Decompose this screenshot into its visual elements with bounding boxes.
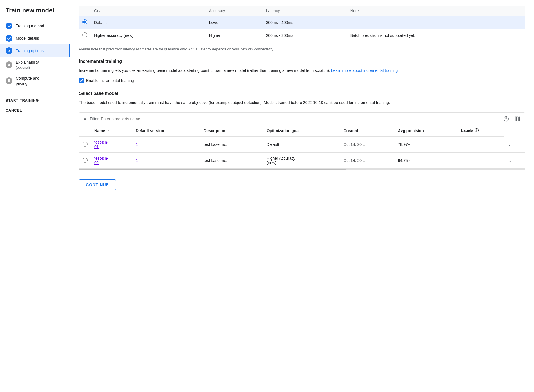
step-icon-2 (6, 35, 12, 42)
model-col-default-version: Default version (132, 125, 200, 136)
model-col-description: Description (200, 125, 263, 136)
latency-note: Please note that prediction latency esti… (79, 46, 525, 52)
table-row: Higher accuracy (new) Higher 200ms - 300… (79, 29, 525, 42)
model-desc-2: test base mo... (200, 153, 263, 169)
model-name-1[interactable]: test-icn-01 (91, 136, 132, 153)
model-row-2: test-icn-02 1 test base mo... Higher Acc… (79, 153, 525, 169)
base-model-section: Select base model The base model used to… (79, 91, 525, 170)
model-col-avg-precision: Avg precision (395, 125, 458, 136)
model-created-1: Oct 14, 20... (340, 136, 394, 153)
model-table: Name ↑ Default version Description Optim… (79, 125, 525, 169)
model-radio-cell-1[interactable] (79, 136, 91, 153)
step-label-5: Compute andpricing (16, 76, 39, 86)
col-header-select (79, 6, 91, 16)
expand-button-1[interactable]: ⌄ (508, 142, 511, 147)
incremental-heading: Incremental training (79, 59, 525, 64)
model-created-2: Oct 14, 20... (340, 153, 394, 169)
col-header-latency: Latency (262, 6, 347, 16)
model-radio-1[interactable] (83, 142, 88, 147)
enable-incremental-checkbox[interactable] (79, 78, 84, 83)
svg-rect-6 (517, 117, 518, 121)
radio-cell-higher[interactable] (79, 29, 91, 42)
model-goal-1: Default (263, 136, 340, 153)
step-label-3: Training options (16, 48, 44, 53)
step-icon-5: 5 (6, 77, 12, 84)
model-col-optimization: Optimization goal (263, 125, 340, 136)
step-label-2: Model details (16, 36, 39, 41)
filter-bar: Filter (79, 112, 525, 125)
sidebar-item-model-details[interactable]: Model details (0, 32, 70, 44)
goal-accuracy-default: Lower (206, 16, 263, 29)
sidebar-item-compute-pricing[interactable]: 5 Compute andpricing (0, 73, 70, 89)
model-expand-1[interactable]: ⌄ (504, 136, 525, 153)
incremental-training-section: Incremental training Incremental trainin… (79, 59, 525, 83)
main-content: Goal Accuracy Latency Note Default Lower… (70, 0, 534, 392)
svg-rect-7 (519, 117, 519, 121)
col-header-accuracy: Accuracy (206, 6, 263, 16)
filter-label: Filter (90, 117, 99, 121)
model-desc-1: test base mo... (200, 136, 263, 153)
model-radio-2[interactable] (83, 158, 88, 163)
continue-button[interactable]: CONTINUE (79, 179, 116, 190)
model-expand-2[interactable]: ⌄ (504, 153, 525, 169)
sidebar-item-explainability[interactable]: 4 Explainability(optional) (0, 57, 70, 73)
filter-icon (83, 116, 88, 122)
sort-arrow-name: ↑ (107, 129, 109, 133)
model-goal-2: Higher Accuracy(new) (263, 153, 340, 169)
model-col-labels: Labels ⓘ (458, 125, 504, 136)
goal-table: Goal Accuracy Latency Note Default Lower… (79, 6, 525, 42)
goal-note-default (347, 16, 525, 29)
goal-name-default: Default (91, 16, 206, 29)
goal-accuracy-higher: Higher (206, 29, 263, 42)
svg-rect-5 (515, 117, 517, 121)
base-model-heading: Select base model (79, 91, 525, 96)
model-precision-1: 78.97% (395, 136, 458, 153)
page-title: Train new model (0, 5, 70, 20)
radio-higher-accuracy[interactable] (82, 32, 87, 37)
col-header-note: Note (347, 6, 525, 16)
goal-name-higher: Higher accuracy (new) (91, 29, 206, 42)
incremental-description: Incremental training lets you use an exi… (79, 67, 525, 74)
step-icon-3: 3 (6, 47, 12, 54)
model-col-select (79, 125, 91, 136)
model-labels-1: — (458, 136, 504, 153)
filter-actions (502, 115, 521, 123)
step-label-1: Training method (16, 23, 44, 28)
goal-latency-default: 300ms - 400ms (262, 16, 347, 29)
table-row: Default Lower 300ms - 400ms (79, 16, 525, 29)
sidebar-item-training-method[interactable]: Training method (0, 20, 70, 32)
model-precision-2: 94.75% (395, 153, 458, 169)
filter-input[interactable] (101, 117, 502, 121)
checkbox-label: Enable incremental training (86, 78, 134, 83)
model-name-2[interactable]: test-icn-02 (91, 153, 132, 169)
col-header-goal: Goal (91, 6, 206, 16)
radio-default[interactable] (82, 19, 87, 24)
step-icon-1 (6, 23, 12, 29)
columns-icon-button[interactable] (513, 115, 521, 123)
start-training-button[interactable]: START TRAINING (0, 95, 70, 105)
model-radio-cell-2[interactable] (79, 153, 91, 169)
model-version-2[interactable]: 1 (132, 153, 200, 169)
model-version-1[interactable]: 1 (132, 136, 200, 153)
help-icon-button[interactable] (502, 115, 510, 123)
base-model-description: The base model used to incrementally tra… (79, 99, 525, 106)
goal-latency-higher: 200ms - 300ms (262, 29, 347, 42)
sidebar-item-training-options[interactable]: 3 Training options (0, 44, 70, 57)
step-label-4: Explainability(optional) (16, 60, 39, 70)
model-row-1: test-icn-01 1 test base mo... Default Oc… (79, 136, 525, 153)
continue-button-container: CONTINUE (79, 170, 525, 190)
enable-incremental-row: Enable incremental training (79, 78, 525, 83)
sidebar: Train new model Training method Model de… (0, 0, 70, 392)
cancel-button[interactable]: CANCEL (0, 105, 70, 115)
model-labels-2: — (458, 153, 504, 169)
radio-cell-default[interactable] (79, 16, 91, 29)
goal-note-higher: Batch prediction is not supported yet. (347, 29, 525, 42)
step-icon-4: 4 (6, 61, 12, 68)
model-col-created: Created (340, 125, 394, 136)
expand-button-2[interactable]: ⌄ (508, 158, 511, 163)
model-col-name[interactable]: Name ↑ (91, 125, 132, 136)
incremental-link[interactable]: Learn more about incremental training (331, 68, 398, 73)
